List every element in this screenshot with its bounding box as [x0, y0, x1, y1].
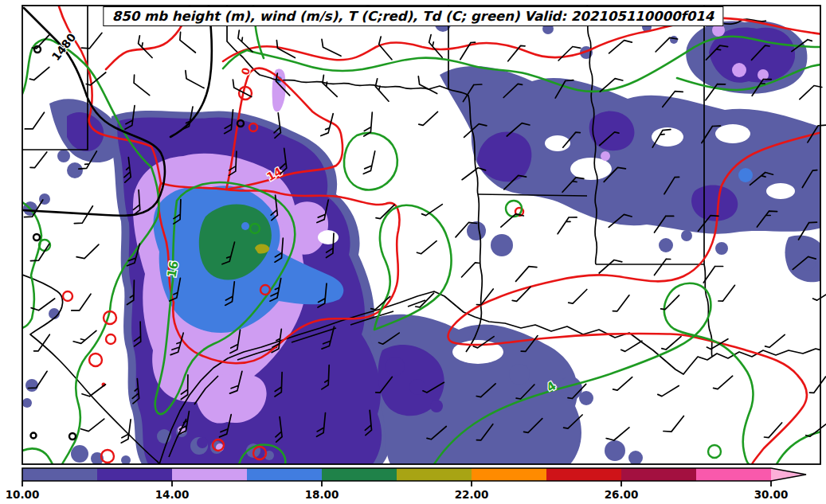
shaded-speck — [197, 437, 208, 448]
colorbar-tick-label: 26.00 — [605, 488, 639, 501]
colorbar-tick-label: 10.00 — [6, 488, 40, 501]
colorbar-segment — [621, 468, 696, 481]
shaded-region-hole — [715, 124, 750, 143]
shaded-speck — [605, 440, 625, 461]
shaded-region-hole — [766, 183, 795, 199]
shaded-speck — [491, 234, 513, 256]
colorbar-segment — [322, 468, 397, 481]
dewpoint-contour-label: 16 — [164, 260, 181, 279]
colorbar-segment — [397, 468, 472, 481]
shaded-speck — [670, 36, 678, 44]
shaded-speck — [22, 398, 32, 408]
shaded-speck — [467, 221, 486, 240]
colorbar-segment — [546, 468, 621, 481]
map-canvas: 148001416410.0014.0018.0022.0026.0030.00 — [0, 0, 826, 504]
shaded-speck — [409, 379, 425, 395]
colorbar: 10.0014.0018.0022.0026.0030.00 — [6, 468, 806, 501]
shaded-speck — [579, 391, 593, 405]
colorbar-segment — [696, 468, 771, 481]
colorbar-segment — [97, 468, 172, 481]
colorbar-segment — [247, 468, 322, 481]
shaded-region-hole — [318, 230, 339, 244]
shaded-speck — [509, 364, 530, 385]
colorbar-tick-label: 30.00 — [754, 488, 789, 501]
shaded-speck — [628, 451, 643, 465]
colorbar-segment — [22, 468, 97, 481]
shaded-speck — [386, 357, 405, 376]
shaded-speck — [732, 63, 746, 77]
shaded-speck — [71, 445, 88, 463]
shaded-region-12-14 — [709, 27, 795, 82]
colorbar-segment — [172, 468, 247, 481]
shaded-speck — [241, 222, 249, 230]
shaded-speck — [715, 242, 728, 255]
shaded-speck — [601, 151, 610, 161]
shaded-speck — [430, 400, 443, 412]
weather-map-figure: 850 mb height (m), wind (m/s), T (C;red)… — [0, 0, 826, 504]
shaded-speck — [681, 230, 692, 241]
plot-title: 850 mb height (m), wind (m/s), T (C;red)… — [103, 6, 723, 26]
colorbar-tick-label: 14.00 — [155, 488, 190, 501]
shaded-speck — [738, 168, 753, 182]
shaded-speck — [67, 162, 83, 178]
colorbar-segment — [472, 468, 546, 481]
colorbar-over-arrow — [771, 468, 806, 481]
shaded-speck — [25, 379, 38, 392]
colorbar-tick-label: 18.00 — [305, 488, 339, 501]
shaded-speck — [57, 150, 70, 162]
shaded-speck — [659, 238, 673, 252]
colorbar-tick-label: 22.00 — [455, 488, 489, 501]
shaded-region-hole — [570, 158, 612, 180]
